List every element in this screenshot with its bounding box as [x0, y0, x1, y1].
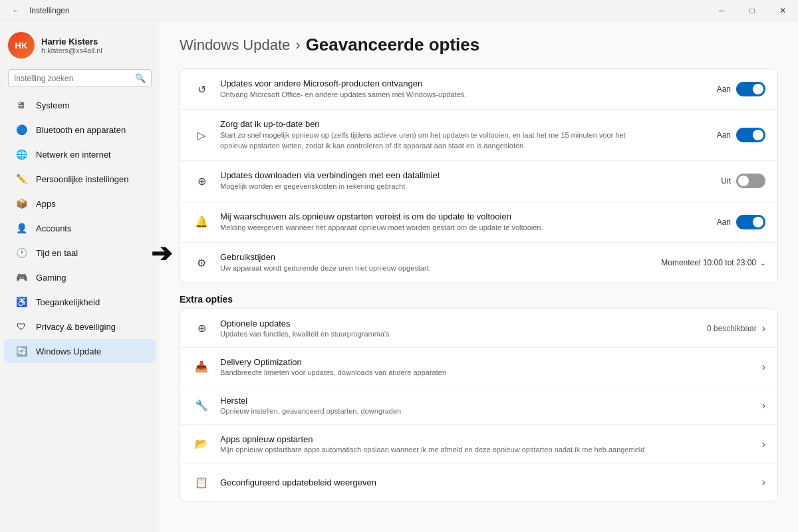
- setting-text-up-to-date: Zorg dat ik up-to-date ben Start zo snel…: [220, 119, 717, 151]
- chevron-right-icon: ›: [762, 361, 765, 373]
- toggle-datalimiet[interactable]: [736, 174, 765, 188]
- setting-desc-up-to-date: Start zo snel mogelijk opnieuw op (zelfs…: [220, 130, 652, 151]
- dropdown-value-gebruikstijden: Momenteel 10:00 tot 23:00: [661, 258, 756, 267]
- sidebar-item-windows-update[interactable]: 🔄 Windows Update: [4, 339, 156, 363]
- nav-icon-tijd: 🕐: [15, 246, 28, 259]
- setting-title-waarschuwen: Mij waarschuwen als opnieuw opstarten ve…: [220, 211, 717, 221]
- sidebar-item-gaming[interactable]: 🎮 Gaming: [4, 265, 156, 289]
- sidebar-item-privacy[interactable]: 🛡 Privacy & beveiliging: [4, 315, 156, 338]
- setting-row-up-to-date[interactable]: ▷ Zorg dat ik up-to-date ben Start zo sn…: [180, 110, 777, 161]
- nav-label-systeem: Systeem: [36, 100, 70, 110]
- breadcrumb-parent[interactable]: Windows Update: [180, 37, 290, 54]
- dropdown-gebruikstijden[interactable]: Momenteel 10:00 tot 23:00 ⌄: [661, 258, 765, 267]
- setting-status-ms-products: Aan: [717, 84, 731, 94]
- extra-desc-delivery-opt: Bandbreedte limieten voor updates, downl…: [220, 368, 762, 376]
- setting-row-gebruikstijden[interactable]: ⚙ Gebruikstijden Uw apparaat wordt gedur…: [180, 243, 777, 283]
- extra-icon-updatebeleid: 📋: [192, 473, 211, 491]
- extra-title-delivery-opt: Delivery Optimization: [220, 357, 762, 367]
- setting-title-ms-products: Updates voor andere Microsoft-producten …: [220, 78, 717, 88]
- extra-title-updatebeleid: Geconfigureerd updatebeleid weergeven: [220, 477, 762, 487]
- sidebar-item-tijd[interactable]: 🕐 Tijd en taal: [4, 241, 156, 265]
- extra-row-delivery-opt[interactable]: 📥 Delivery Optimization Bandbreedte limi…: [180, 348, 777, 386]
- content-area: Windows Update › Geavanceerde opties ↺ U…: [160, 21, 798, 532]
- extra-icon-optionele-updates: ⊕: [192, 319, 211, 338]
- extra-info-optionele-updates: Optionele updates Updates van functies, …: [220, 319, 707, 338]
- setting-control-waarschuwen: Aan: [717, 215, 765, 229]
- setting-row-datalimiet[interactable]: ⊕ Updates downloaden via verbindingen me…: [180, 161, 777, 201]
- extra-info-apps-opnieuw: Apps opnieuw opstarten Mijn opnieuw opst…: [220, 434, 762, 454]
- setting-text-gebruikstijden: Gebruikstijden Uw apparaat wordt geduren…: [220, 252, 661, 273]
- breadcrumb-separator: ›: [295, 37, 300, 54]
- nav-label-bluetooth: Bluetooth en apparaten: [36, 125, 126, 135]
- user-info: Harrie Kisters h.kisters@xs4all.nl: [41, 37, 102, 55]
- setting-control-datalimiet: Uit: [721, 174, 765, 188]
- setting-desc-datalimiet: Mogelijk worden er gegevenskosten in rek…: [220, 182, 652, 192]
- page-header: Windows Update › Geavanceerde opties: [180, 35, 778, 55]
- nav-icon-apps: 📦: [15, 197, 28, 210]
- setting-status-waarschuwen: Aan: [717, 217, 731, 227]
- toggle-up-to-date[interactable]: [736, 128, 765, 142]
- nav-icon-netwerk: 🌐: [15, 148, 28, 161]
- sidebar-item-systeem[interactable]: 🖥 Systeem: [4, 93, 156, 117]
- sidebar-item-bluetooth[interactable]: 🔵 Bluetooth en apparaten: [4, 118, 156, 142]
- nav-icon-bluetooth: 🔵: [15, 123, 28, 136]
- extra-row-updatebeleid[interactable]: 📋 Geconfigureerd updatebeleid weergeven …: [180, 464, 777, 501]
- setting-icon-ms-products: ↺: [192, 80, 211, 98]
- setting-icon-datalimiet: ⊕: [192, 172, 211, 190]
- extra-row-apps-opnieuw[interactable]: 📂 Apps opnieuw opstarten Mijn opnieuw op…: [180, 425, 777, 464]
- extra-title-optionele-updates: Optionele updates: [220, 319, 707, 329]
- extra-right-herstel: ›: [762, 400, 765, 412]
- search-box[interactable]: 🔍: [8, 69, 152, 87]
- sidebar-item-apps[interactable]: 📦 Apps: [4, 192, 156, 215]
- nav-icon-toegankelijkheid: ♿: [15, 295, 28, 309]
- page-title: Geavanceerde opties: [306, 35, 480, 55]
- extra-options-card: ⊕ Optionele updates Updates van functies…: [180, 309, 778, 501]
- extra-info-herstel: Herstel Opnieuw instellen, geavanceerd o…: [220, 396, 762, 415]
- sidebar-item-persoonlijk[interactable]: ✏️ Persoonlijke instellingen: [4, 167, 156, 191]
- extra-right-optionele-updates: 0 beschikbaar ›: [707, 323, 765, 334]
- sidebar-item-netwerk[interactable]: 🌐 Netwerk en internet: [4, 142, 156, 166]
- back-button[interactable]: ←: [8, 5, 24, 17]
- setting-row-ms-products[interactable]: ↺ Updates voor andere Microsoft-producte…: [180, 69, 777, 110]
- sidebar-item-accounts[interactable]: 👤 Accounts: [4, 216, 156, 240]
- extra-section-header: Extra opties: [180, 294, 778, 305]
- setting-status-up-to-date: Aan: [717, 130, 731, 140]
- extra-rows: ⊕ Optionele updates Updates van functies…: [180, 309, 777, 501]
- nav-label-accounts: Accounts: [36, 223, 71, 233]
- nav-label-apps: Apps: [36, 199, 56, 209]
- user-profile[interactable]: HK Harrie Kisters h.kisters@xs4all.nl: [0, 21, 160, 66]
- extra-row-herstel[interactable]: 🔧 Herstel Opnieuw instellen, geavanceerd…: [180, 386, 777, 425]
- chevron-down-icon: ⌄: [760, 259, 765, 267]
- toggle-waarschuwen[interactable]: [736, 215, 765, 229]
- search-input[interactable]: [14, 74, 131, 83]
- app-body: HK Harrie Kisters h.kisters@xs4all.nl 🔍 …: [0, 21, 798, 532]
- titlebar: ← Instellingen ─ □ ✕: [0, 0, 798, 21]
- extra-info-updatebeleid: Geconfigureerd updatebeleid weergeven: [220, 477, 762, 487]
- setting-title-up-to-date: Zorg dat ik up-to-date ben: [220, 119, 717, 129]
- extra-info-delivery-opt: Delivery Optimization Bandbreedte limiet…: [220, 357, 762, 376]
- user-email: h.kisters@xs4all.nl: [41, 47, 102, 55]
- close-button[interactable]: ✕: [767, 0, 798, 21]
- nav-label-persoonlijk: Persoonlijke instellingen: [36, 174, 128, 184]
- extra-count-optionele-updates: 0 beschikbaar: [707, 324, 757, 333]
- user-name: Harrie Kisters: [41, 37, 102, 47]
- extra-row-optionele-updates[interactable]: ⊕ Optionele updates Updates van functies…: [180, 309, 777, 348]
- setting-text-ms-products: Updates voor andere Microsoft-producten …: [220, 78, 717, 100]
- nav-label-toegankelijkheid: Toegankelijkheid: [36, 297, 100, 307]
- sidebar: HK Harrie Kisters h.kisters@xs4all.nl 🔍 …: [0, 21, 160, 532]
- setting-row-waarschuwen[interactable]: 🔔 Mij waarschuwen als opnieuw opstarten …: [180, 202, 777, 243]
- nav-icon-windows-update: 🔄: [15, 344, 28, 358]
- minimize-button[interactable]: ─: [706, 0, 737, 21]
- settings-card: ↺ Updates voor andere Microsoft-producte…: [180, 68, 778, 283]
- toggle-ms-products[interactable]: [736, 82, 765, 96]
- extra-desc-optionele-updates: Updates van functies, kwaliteit en stuur…: [220, 330, 707, 338]
- maximize-button[interactable]: □: [737, 0, 767, 21]
- setting-text-waarschuwen: Mij waarschuwen als opnieuw opstarten ve…: [220, 211, 717, 233]
- extra-desc-apps-opnieuw: Mijn opnieuw opstartbare apps automatisc…: [220, 446, 762, 454]
- extra-title-apps-opnieuw: Apps opnieuw opstarten: [220, 434, 762, 444]
- setting-desc-ms-products: Ontvang Microsoft Office- en andere upda…: [220, 90, 652, 100]
- toggle-thumb-waarschuwen: [753, 217, 763, 227]
- nav-label-tijd: Tijd en taal: [36, 248, 78, 258]
- nav-icon-gaming: 🎮: [15, 271, 28, 284]
- sidebar-item-toegankelijkheid[interactable]: ♿ Toegankelijkheid: [4, 290, 156, 314]
